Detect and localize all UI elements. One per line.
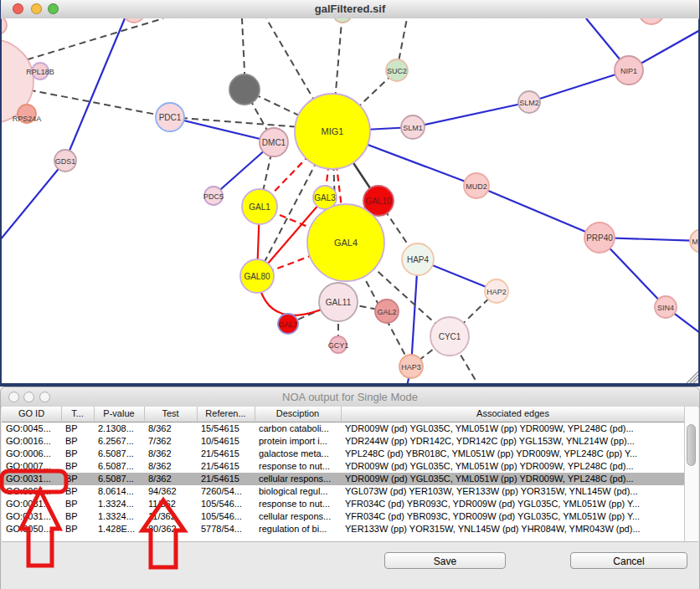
table-cell: protein import i... (255, 435, 341, 448)
table-cell: GO:0050... (2, 523, 61, 535)
network-node-label-CYC1: CYC1 (439, 332, 461, 341)
table-cell: GO:0006... (2, 448, 61, 460)
table-row[interactable]: GO:0031...BP1.3324...11/362105/546...cel… (2, 510, 685, 523)
network-canvas[interactable]: RPL18BRPS24AGDS1PDC1DMC1MIG1SUC2SLM1SLM2… (2, 18, 698, 383)
table-cell: 15/54615 (197, 423, 255, 435)
network-node-label-NIP1: NIP1 (620, 67, 637, 75)
network-node-label-GAL80: GAL80 (244, 272, 270, 281)
table-cell: BP (61, 423, 94, 435)
network-node-label-DMC1: DMC1 (262, 138, 286, 147)
network-node-label-MIG1: MIG1 (322, 126, 344, 136)
table-cell: 8.0614... (94, 485, 144, 498)
table-cell: GO:0007... (2, 460, 61, 473)
table-cell: 6.2567... (94, 435, 144, 448)
cancel-button[interactable]: Cancel (570, 552, 687, 569)
table-cell: GO:0031... (2, 510, 61, 523)
column-header-desciption[interactable]: Desciption (255, 407, 342, 421)
column-header-test[interactable]: Test (144, 407, 198, 421)
network-node-label-SUC2: SUC2 (387, 67, 407, 75)
table-row[interactable]: GO:0006...BP6.5087...8/36221/54615galact… (2, 448, 685, 460)
table-cell: GO:0031... (2, 473, 61, 485)
network-node-label-HAP3: HAP3 (401, 363, 421, 371)
table-row[interactable]: GO:0050...BP1.428E...80/3625778/54...reg… (2, 523, 685, 535)
network-node-corner-pink[interactable] (2, 18, 7, 34)
network-node-label-GAL3: GAL3 (314, 193, 336, 202)
network-node-top-pink[interactable] (123, 18, 145, 23)
table-cell: biological regul... (255, 485, 341, 498)
table-cell: 105/546... (197, 498, 255, 510)
table-cell: BP (61, 485, 94, 498)
table-cell: 6.5087... (94, 448, 144, 460)
table-cell: YDR244W (pp) YDR142C, YDR142C (pp) YGL15… (341, 435, 685, 448)
table-cell: 1.428E... (94, 523, 144, 535)
noa-window-title: NOA output for Single Mode (1, 391, 699, 403)
save-button[interactable]: Save (384, 552, 506, 569)
column-header-referen-[interactable]: Referen... (197, 407, 255, 421)
network-node-label-GAL7: GAL7 (278, 320, 297, 329)
noa-output-window: NOA output for Single Mode GO IDT...P-va… (0, 387, 700, 589)
table-row[interactable]: GO:0031...BP1.3324...11/362105/546...res… (2, 498, 685, 510)
table-cell: cellular respons... (255, 473, 341, 485)
table-row[interactable]: GO:0016...BP6.2567...7/36210/54615protei… (2, 435, 685, 448)
table-cell: 8/362 (144, 423, 197, 435)
column-header-associated-edges[interactable]: Associated edges (341, 407, 686, 421)
network-node-label-GAL4: GAL4 (334, 238, 358, 248)
network-edge-blue-solid (170, 117, 274, 142)
column-header-p-value[interactable]: P-value (94, 407, 145, 421)
table-cell: BP (61, 510, 94, 523)
column-header-t-[interactable]: T... (61, 407, 95, 421)
table-cell: 7/362 (144, 435, 197, 448)
network-node-label-GAL1: GAL1 (249, 202, 270, 212)
table-cell: 105/546... (197, 510, 255, 523)
network-node-label-HAP4: HAP4 (407, 255, 430, 264)
network-edge-gray-dashed (17, 18, 163, 63)
network-node-label-PRP40: PRP40 (586, 233, 613, 243)
table-cell: 2.1308... (94, 423, 144, 435)
table-cell: YDR009W (pd) YGL035C, YML051W (pp) YDR00… (341, 460, 685, 473)
table-cell: BP (61, 473, 94, 485)
table-cell: YPL248C (pd) YBR018C, YML051W (pp) YDR00… (341, 448, 685, 460)
table-cell: 8/362 (144, 448, 197, 460)
network-node-label-GAL10: GAL10 (365, 197, 392, 206)
network-node-label-RPL18B: RPL18B (26, 68, 54, 76)
scrollbar-thumb[interactable] (687, 424, 696, 466)
table-row[interactable]: GO:0045...BP2.1308...8/36215/54615carbon… (2, 423, 685, 435)
screen: galFiltered.sif RPL18BRPS24AGDS1PDC1DMC1… (0, 0, 700, 589)
noa-window-titlebar[interactable]: NOA output for Single Mode (1, 387, 699, 407)
table-cell: GO:0031... (2, 498, 61, 510)
network-node-label-SLM2: SLM2 (519, 99, 539, 107)
network-node-topright-pink[interactable] (639, 18, 664, 24)
column-header-go-id[interactable]: GO ID (2, 407, 62, 421)
network-node-label-GCY1: GCY1 (328, 341, 349, 350)
network-node-label-GDS1: GDS1 (55, 157, 76, 166)
table-cell: cellular respons... (255, 510, 341, 523)
table-row[interactable]: GO:0065...BP8.0614...94/3627260/54...bio… (2, 485, 685, 498)
table-cell: galactose meta... (255, 448, 341, 460)
table-cell: 80/362 (144, 523, 197, 535)
network-node-top-green[interactable] (333, 18, 352, 23)
network-window: galFiltered.sif RPL18BRPS24AGDS1PDC1DMC1… (0, 0, 700, 387)
table-cell: BP (61, 448, 94, 460)
table-cell: 6.5087... (94, 460, 144, 473)
network-window-titlebar[interactable]: galFiltered.sif (1, 0, 699, 19)
table-cell: 11/362 (144, 498, 197, 510)
network-node-label-SLM1: SLM1 (403, 124, 423, 132)
table-cell: 5778/54... (197, 523, 255, 535)
vertical-scrollbar[interactable] (684, 407, 698, 541)
table-cell: response to nut... (255, 460, 341, 473)
network-node-gray-node[interactable] (229, 74, 260, 105)
results-table: GO IDT...P-valueTestReferen...Desciption… (2, 407, 698, 542)
table-cell: GO:0016... (2, 435, 61, 448)
network-node-label-SIN4: SIN4 (657, 304, 674, 312)
table-cell: 21/54615 (197, 460, 255, 473)
table-cell: BP (61, 435, 94, 448)
table-row[interactable]: GO:0031...BP6.5087...8/36221/54615cellul… (2, 473, 685, 485)
table-cell: 94/362 (144, 485, 197, 498)
table-row[interactable]: GO:0007...BP6.5087...8/36221/54615respon… (2, 460, 685, 473)
table-cell: carbon cataboli... (255, 423, 341, 435)
network-node-label-RPS24A: RPS24A (13, 115, 42, 123)
table-cell: GO:0045... (2, 423, 61, 435)
table-cell: 21/54615 (197, 473, 255, 485)
table-cell: BP (61, 523, 94, 535)
table-cell: YGL073W (pd) YER103W, YER133W (pp) YOR31… (341, 485, 685, 498)
